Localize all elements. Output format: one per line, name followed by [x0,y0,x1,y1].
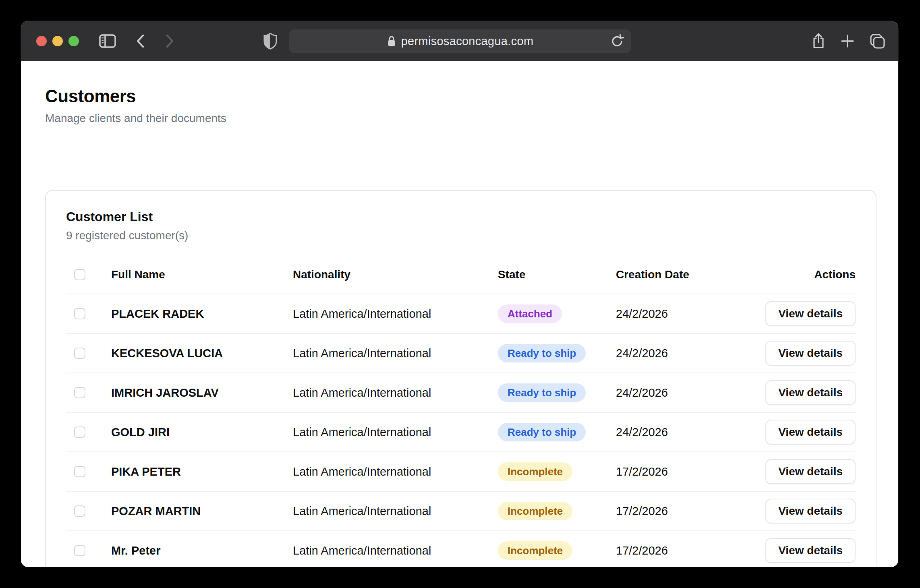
page-title: Customers [45,86,898,106]
header-creation-date: Creation Date [616,268,752,281]
creation-date: 17/2/2026 [616,505,752,518]
shield-icon[interactable] [262,32,279,50]
forward-icon[interactable] [161,33,177,49]
customer-nationality: Latin America/International [293,426,498,439]
table-row: PLACEK RADEK Latin America/International… [66,294,856,334]
row-checkbox[interactable] [74,545,85,556]
customer-nationality: Latin America/International [293,544,498,557]
row-checkbox[interactable] [74,466,85,477]
tab-overview-icon[interactable] [868,32,886,50]
status-badge: Incomplete [498,541,572,560]
lock-icon [387,35,396,47]
reload-icon[interactable] [609,33,625,49]
row-checkbox[interactable] [74,348,85,359]
close-window-button[interactable] [36,36,47,46]
header-full-name: Full Name [111,268,293,281]
customer-nationality: Latin America/International [293,307,498,321]
customer-nationality: Latin America/International [293,465,498,478]
table-header-row: Full Name Nationality State Creation Dat… [66,256,856,294]
customer-name: GOLD JIRI [111,426,293,439]
status-badge: Ready to ship [498,423,586,442]
status-badge: Incomplete [498,462,572,481]
table-row: GOLD JIRI Latin America/International Re… [66,413,856,452]
card-title: Customer List [66,209,856,224]
back-icon[interactable] [133,33,149,49]
table-row: KECKESOVA LUCIA Latin America/Internatio… [66,334,856,373]
header-nationality: Nationality [293,268,498,281]
customer-name: Mr. Peter [111,544,293,557]
row-checkbox[interactable] [74,308,85,319]
customer-name: POZAR MARTIN [111,505,293,518]
table-row: PIKA PETER Latin America/International I… [66,452,856,492]
window-controls [36,36,79,46]
view-details-button[interactable]: View details [765,420,856,445]
customer-name: PLACEK RADEK [111,307,293,321]
creation-date: 17/2/2026 [616,544,752,557]
table-row: Mr. Peter Latin America/International In… [66,531,856,567]
view-details-button[interactable]: View details [765,459,856,484]
status-badge: Incomplete [498,502,572,521]
customer-table: Full Name Nationality State Creation Dat… [66,256,856,567]
creation-date: 24/2/2026 [616,307,752,321]
customer-list-card: Customer List 9 registered customer(s) F… [45,190,876,567]
row-checkbox[interactable] [74,387,85,398]
zoom-window-button[interactable] [68,36,79,46]
creation-date: 24/2/2026 [616,426,752,439]
browser-window: permisosaconcagua.com [21,21,898,567]
new-tab-icon[interactable] [839,32,856,50]
row-checkbox[interactable] [74,505,85,517]
sidebar-toggle-icon[interactable] [98,32,117,50]
url-text: permisosaconcagua.com [401,35,534,48]
customer-nationality: Latin America/International [293,505,498,518]
address-bar[interactable]: permisosaconcagua.com [289,29,631,53]
view-details-button[interactable]: View details [765,538,856,563]
customer-name: KECKESOVA LUCIA [111,347,293,360]
table-row: IMRICH JAROSLAV Latin America/Internatio… [66,373,856,413]
customer-name: IMRICH JAROSLAV [111,386,293,400]
creation-date: 17/2/2026 [616,465,752,478]
view-details-button[interactable]: View details [765,499,856,524]
select-all-checkbox[interactable] [74,269,85,280]
customer-nationality: Latin America/International [293,347,498,360]
view-details-button[interactable]: View details [765,341,856,366]
page-content: Customers Manage clients and their docum… [21,61,898,567]
creation-date: 24/2/2026 [616,386,752,400]
customer-nationality: Latin America/International [293,386,498,400]
table-row: POZAR MARTIN Latin America/International… [66,492,856,531]
status-badge: Ready to ship [498,383,586,402]
page-subtitle: Manage clients and their documents [45,112,898,125]
view-details-button[interactable]: View details [765,380,856,405]
customer-count: 9 registered customer(s) [66,229,856,242]
row-checkbox[interactable] [74,427,85,438]
screenshot-stage: permisosaconcagua.com [0,0,920,588]
share-icon[interactable] [810,32,827,50]
customer-name: PIKA PETER [111,465,293,478]
header-actions: Actions [752,268,856,281]
header-state: State [498,268,616,281]
minimize-window-button[interactable] [52,36,63,46]
status-badge: Ready to ship [498,344,586,363]
creation-date: 24/2/2026 [616,347,752,360]
browser-toolbar: permisosaconcagua.com [21,21,898,61]
status-badge: Attached [498,304,562,323]
view-details-button[interactable]: View details [765,301,856,326]
